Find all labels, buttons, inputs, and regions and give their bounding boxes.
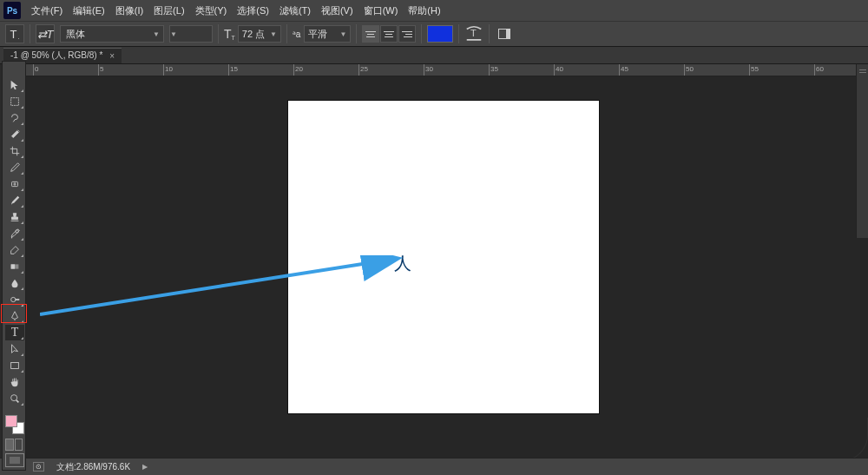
hand-tool[interactable] — [5, 374, 24, 390]
options-bar: T. ⇄T 黑体 TT 72 点 ᵃa 平滑 T — [0, 21, 868, 47]
divider — [421, 24, 422, 43]
text-orientation-toggle[interactable]: ⇄T — [36, 24, 55, 43]
exposure-icon[interactable]: ⊙ — [33, 462, 44, 472]
status-bar: 50% ⊙ 文档:2.86M/976.6K ▶ — [0, 458, 868, 475]
document-tab-bar: -1 @ 50% (人, RGB/8) * × — [0, 47, 868, 64]
path-select-tool[interactable] — [5, 341, 24, 357]
marquee-tool[interactable] — [5, 94, 24, 109]
menu-filter[interactable]: 滤镜(T) — [279, 4, 311, 17]
lasso-tool[interactable] — [5, 110, 24, 126]
menu-window[interactable]: 窗口(W) — [364, 4, 398, 17]
svg-point-8 — [11, 395, 17, 401]
type-tool[interactable]: T — [5, 325, 24, 340]
menu-type[interactable]: 类型(Y) — [195, 4, 227, 17]
shape-tool[interactable] — [5, 358, 24, 373]
foreground-color[interactable] — [5, 415, 17, 427]
gradient-tool[interactable] — [5, 259, 24, 274]
svg-point-6 — [11, 297, 16, 301]
font-size-select[interactable]: 72 点 — [238, 25, 281, 43]
svg-rect-7 — [11, 363, 19, 369]
font-family-select[interactable]: 黑体 — [60, 25, 164, 43]
menu-bar: Ps 文件(F) 编辑(E) 图像(I) 图层(L) 类型(Y) 选择(S) 滤… — [0, 0, 868, 21]
history-brush-tool[interactable] — [5, 226, 24, 241]
crop-tool[interactable] — [5, 143, 24, 159]
stamp-tool[interactable] — [5, 209, 24, 225]
move-tool[interactable] — [5, 77, 24, 93]
svg-text:T: T — [470, 28, 477, 38]
healing-tool[interactable] — [5, 176, 24, 192]
dock-grip-icon — [859, 69, 866, 73]
ruler-horizontal[interactable]: 051015202530354045505560 — [16, 64, 868, 76]
divider — [286, 24, 287, 43]
color-picker[interactable] — [5, 415, 24, 434]
menu-select[interactable]: 选择(S) — [237, 4, 269, 17]
screenmode-button[interactable] — [5, 453, 24, 467]
text-color-swatch[interactable] — [427, 25, 453, 43]
wand-tool[interactable] — [5, 127, 24, 142]
svg-rect-5 — [11, 264, 15, 268]
dodge-tool[interactable] — [5, 292, 24, 307]
menu-layer[interactable]: 图层(L) — [154, 4, 184, 17]
divider — [218, 24, 219, 43]
divider — [458, 24, 459, 43]
antialias-select[interactable]: 平滑 — [304, 25, 351, 43]
font-size-icon: TT — [224, 27, 235, 41]
quickmask-toggle[interactable] — [5, 439, 23, 451]
divider — [489, 24, 490, 43]
text-align-group — [362, 25, 416, 43]
close-tab-icon[interactable]: × — [109, 51, 115, 61]
ps-logo: Ps — [3, 2, 21, 19]
menu-view[interactable]: 视图(V) — [321, 4, 353, 17]
canvas-text-layer[interactable]: 人 — [394, 252, 411, 275]
eyedropper-tool[interactable] — [5, 160, 24, 175]
menu-file[interactable]: 文件(F) — [31, 4, 62, 17]
divider — [356, 24, 357, 43]
antialias-group: ᵃa 平滑 — [293, 25, 352, 43]
canvas-area: 051015202530354045505560 人 — [3, 64, 868, 458]
tool-preset-icon[interactable]: T. — [5, 24, 24, 43]
panel-dock[interactable] — [856, 64, 868, 238]
workspace: T 051015202530354045505560 人 — [0, 64, 868, 458]
pen-tool[interactable] — [5, 308, 24, 324]
toolbox: T — [2, 61, 26, 471]
warp-icon: T — [464, 24, 483, 43]
character-panel-button[interactable] — [495, 24, 514, 43]
align-left-button[interactable] — [362, 25, 379, 43]
menu-help[interactable]: 帮助(H) — [408, 4, 440, 17]
font-size-group: TT 72 点 — [224, 25, 281, 43]
eraser-tool[interactable] — [5, 242, 24, 258]
blur-tool[interactable] — [5, 275, 24, 291]
align-center-button[interactable] — [380, 25, 398, 43]
font-style-select[interactable] — [169, 25, 213, 43]
zoom-tool[interactable] — [5, 391, 24, 406]
statusbar-menu-icon[interactable]: ▶ — [142, 463, 148, 471]
svg-rect-1 — [11, 98, 19, 106]
antialias-icon: ᵃa — [293, 30, 301, 39]
divider — [30, 24, 30, 43]
align-right-button[interactable] — [398, 25, 416, 43]
document-canvas[interactable] — [288, 101, 599, 413]
menu-image[interactable]: 图像(I) — [115, 4, 143, 17]
doc-size[interactable]: 文档:2.86M/976.6K — [56, 461, 130, 473]
document-tab-title: -1 @ 50% (人, RGB/8) * — [10, 49, 102, 62]
brush-tool[interactable] — [5, 193, 24, 208]
warp-text-button[interactable]: T — [464, 24, 483, 43]
menu-edit[interactable]: 编辑(E) — [73, 4, 105, 17]
